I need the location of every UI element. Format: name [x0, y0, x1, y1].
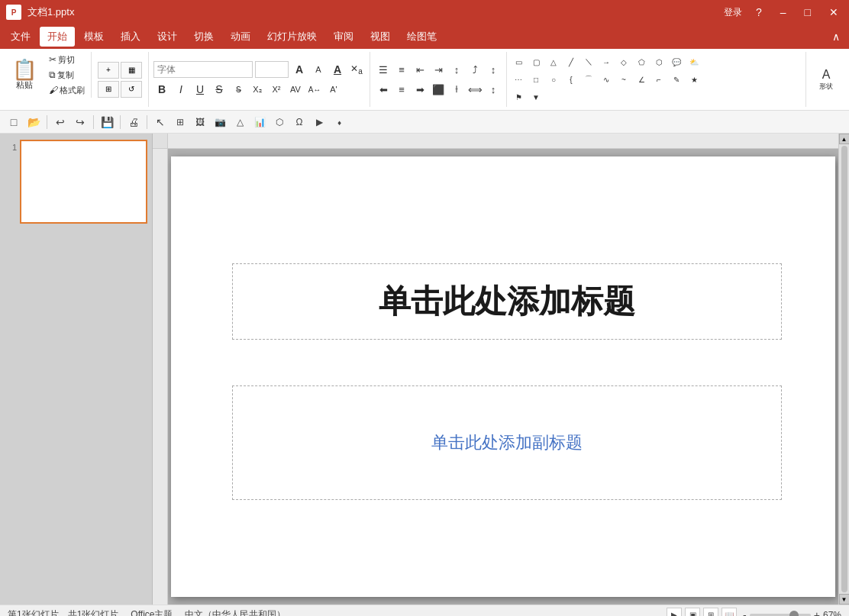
menu-animation[interactable]: 动画 [223, 27, 258, 47]
menu-view[interactable]: 视图 [363, 27, 398, 47]
slide-reset-btn[interactable]: ↺ [121, 81, 142, 98]
align-right-btn[interactable]: ➡ [412, 81, 428, 98]
shape-more[interactable]: ⋯ [510, 71, 527, 88]
font-size-input[interactable] [255, 61, 289, 78]
ribbon-collapse-btn[interactable]: ∧ [826, 29, 846, 44]
convert-smartart-btn[interactable]: ⤴ [466, 61, 483, 78]
numbering-btn[interactable]: ≡ [393, 61, 410, 78]
bold-btn[interactable]: B [153, 81, 170, 98]
table-insert-btn[interactable]: ⊞ [171, 113, 189, 131]
shape-arrow-right[interactable]: → [598, 53, 615, 70]
strikethrough-btn[interactable]: S [211, 81, 228, 98]
help-button[interactable]: ? [751, 5, 767, 20]
slide-thumbnail-1[interactable] [20, 140, 147, 224]
col-split-btn[interactable]: ⫲ [448, 81, 465, 98]
underline-btn[interactable]: U [192, 81, 208, 98]
text-align-btn[interactable]: ⟺ [466, 81, 483, 98]
text-direction-btn[interactable]: ↕ [448, 61, 465, 78]
line-spacing-btn[interactable]: ↕ [485, 81, 502, 98]
shape-callout[interactable]: 💬 [668, 53, 685, 70]
smartart-btn[interactable]: ⬡ [270, 113, 289, 131]
shapes-scroll[interactable]: ▼ [528, 89, 544, 105]
title-placeholder[interactable]: 单击此处添加标题 [232, 263, 782, 340]
save-btn[interactable]: 💾 [98, 113, 116, 131]
para-spacing-btn[interactable]: ↕ [485, 61, 502, 78]
menu-slideshow[interactable]: 幻灯片放映 [260, 27, 324, 47]
shape-rect2[interactable]: □ [528, 71, 544, 88]
open-btn[interactable]: 📂 [24, 113, 43, 131]
cut-button[interactable]: ✂ 剪切 [46, 53, 88, 66]
image-btn[interactable]: 🖼 [191, 113, 209, 131]
scroll-thumb[interactable] [841, 146, 847, 592]
indent-increase-btn[interactable]: ⇥ [430, 61, 447, 78]
customize-btn[interactable]: ⬧ [330, 113, 348, 131]
shape-triangle[interactable]: △ [545, 53, 562, 70]
shape-angle[interactable]: ∠ [633, 71, 650, 88]
font-name-input[interactable] [153, 61, 253, 78]
scroll-down-btn[interactable]: ▼ [839, 594, 850, 605]
shape-hexagon[interactable]: ⬡ [650, 53, 667, 70]
undo-btn[interactable]: ↩ [51, 113, 69, 131]
shape-insert-btn[interactable]: △ [231, 113, 249, 131]
format-painter-button[interactable]: 🖌 格式刷 [46, 83, 88, 97]
menu-transition[interactable]: 切换 [186, 27, 221, 47]
font-color-btn[interactable]: A [329, 61, 346, 78]
bullets-btn[interactable]: ☰ [375, 61, 392, 78]
font-size-down-btn[interactable]: A [310, 61, 327, 78]
play-btn[interactable]: ▶ [667, 608, 682, 617]
shape-roundrect[interactable]: ▢ [528, 53, 544, 70]
align-left-btn[interactable]: ⬅ [375, 81, 392, 98]
new-btn[interactable]: □ [5, 113, 23, 131]
normal-view-btn[interactable]: ▣ [685, 608, 700, 617]
minimize-button[interactable]: – [776, 5, 791, 20]
select-btn[interactable]: ↖ [151, 113, 169, 131]
italic-btn[interactable]: I [173, 81, 189, 98]
print-btn[interactable]: 🖨 [124, 113, 143, 131]
canvas-area[interactable]: 单击此处添加标题 单击此处添加副标题 [153, 134, 838, 605]
shape-cloud[interactable]: ⛅ [686, 53, 702, 70]
close-button[interactable]: ✕ [825, 5, 843, 20]
shape-star[interactable]: ★ [686, 71, 702, 88]
shape-diamond[interactable]: ◇ [615, 53, 632, 70]
font-size-up-btn[interactable]: A [291, 61, 308, 78]
paste-button[interactable]: 📋 粘贴 [6, 53, 43, 96]
shape-arc[interactable]: ⌐ [650, 71, 667, 88]
login-label[interactable]: 登录 [724, 6, 742, 19]
zoom-out-btn[interactable]: - [743, 609, 747, 617]
slide-sorter-btn[interactable]: ⊞ [703, 608, 718, 617]
align-justify-btn[interactable]: ⬛ [430, 81, 447, 98]
strikethrough2-btn[interactable]: S̶ [230, 81, 247, 98]
shape-curve3[interactable]: ~ [615, 71, 632, 88]
superscript-btn[interactable]: X² [268, 81, 285, 98]
shape-line2[interactable]: ＼ [580, 53, 597, 70]
menu-home[interactable]: 开始 [40, 27, 75, 47]
text-effect-btn[interactable]: A' [325, 81, 342, 98]
chart-btn[interactable]: 📊 [250, 113, 269, 131]
menu-drawpen[interactable]: 绘图笔 [399, 27, 444, 47]
scroll-up-btn[interactable]: ▲ [839, 134, 850, 144]
replace-font-btn[interactable]: A↔ [306, 81, 323, 98]
menu-review[interactable]: 审阅 [326, 27, 361, 47]
zoom-in-btn[interactable]: + [814, 609, 820, 617]
shape-curve2[interactable]: ∿ [598, 71, 615, 88]
shape-circle[interactable]: ○ [545, 71, 562, 88]
shape-line[interactable]: ╱ [563, 53, 579, 70]
slide-size-btn[interactable]: ⊞ [98, 81, 119, 98]
indent-decrease-btn[interactable]: ⇤ [412, 61, 428, 78]
zoom-slider[interactable] [750, 614, 811, 617]
shape-rect[interactable]: ▭ [510, 53, 527, 70]
shape-pentagon[interactable]: ⬠ [633, 53, 650, 70]
symbol-btn[interactable]: Ω [290, 113, 308, 131]
subtitle-placeholder[interactable]: 单击此处添加副标题 [232, 385, 782, 500]
redo-btn[interactable]: ↪ [71, 113, 89, 131]
maximize-button[interactable]: □ [800, 5, 815, 20]
menu-file[interactable]: 文件 [3, 27, 38, 47]
shape-flag[interactable]: ⚑ [510, 89, 527, 105]
menu-insert[interactable]: 插入 [113, 27, 148, 47]
screenshot-btn[interactable]: 📷 [211, 113, 229, 131]
menu-design[interactable]: 设计 [150, 27, 185, 47]
copy-button[interactable]: ⧉ 复制 [46, 68, 88, 82]
new-slide-btn[interactable]: + [98, 62, 119, 79]
format-text-btn[interactable]: A 形状 [811, 66, 841, 94]
right-scrollbar[interactable]: ▲ ▼ [838, 134, 849, 605]
